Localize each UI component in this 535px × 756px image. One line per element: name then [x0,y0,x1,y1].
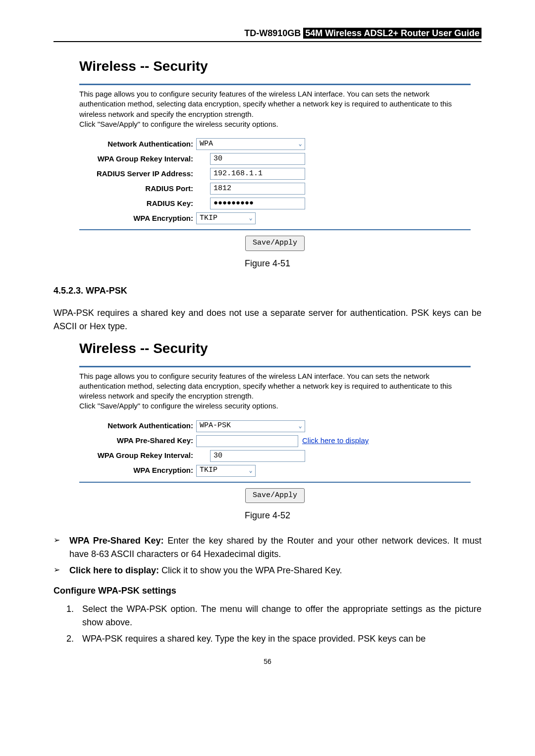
panel-description: This page allows you to configure securi… [79,371,471,411]
input-radius-ip[interactable]: 192.168.1.1 [210,168,305,180]
manual-title: 54M Wireless ADSL2+ Router User Guide [303,28,482,39]
document-page: TD-W8910GB 54M Wireless ADSL2+ Router Us… [0,0,535,697]
desc-line2: Click "Save/Apply" to configure the wire… [79,402,278,410]
save-apply-button[interactable]: Save/Apply [245,488,305,504]
label-radius-key: RADIUS Key: [79,198,196,209]
chevron-down-icon: ⌄ [296,422,305,431]
bullet-arrow-icon: ➢ [54,534,69,561]
desc-line2: Click "Save/Apply" to configure the wire… [79,120,278,128]
select-value: WPA [197,139,296,150]
figure-caption-4-52: Figure 4-52 [54,509,482,522]
desc-line1: This page allows you to configure securi… [79,90,452,118]
save-apply-button[interactable]: Save/Apply [245,236,305,251]
bullet-strong: WPA Pre-Shared Key: [69,536,164,546]
divider [79,482,471,483]
ordered-steps: Select the WPA-PSK option. The menu will… [76,603,482,646]
screenshot-4-52: Wireless -- Security This page allows yo… [79,338,471,504]
input-radius-key[interactable]: ●●●●●●●●● [210,198,305,209]
input-group-rekey[interactable]: 30 [210,450,305,462]
divider [79,366,471,367]
label-radius-port: RADIUS Port: [79,183,196,195]
label-psk: WPA Pre-Shared Key: [79,435,196,447]
page-number: 56 [54,656,482,667]
select-network-authentication[interactable]: WPA-PSK ⌄ [196,420,305,432]
input-radius-port[interactable]: 1812 [210,183,305,195]
select-network-authentication[interactable]: WPA ⌄ [196,138,305,150]
label-network-authentication: Network Authentication: [79,139,196,150]
configure-heading: Configure WPA-PSK settings [54,584,482,598]
list-item: ➢ WPA Pre-Shared Key: Enter the key shar… [54,534,482,561]
chevron-down-icon: ⌄ [246,466,255,475]
label-network-authentication: Network Authentication: [79,420,196,432]
section-heading: 4.5.2.3. WPA-PSK [54,284,482,298]
select-wpa-encryption[interactable]: TKIP ⌄ [196,212,256,224]
select-value: TKIP [197,213,246,224]
select-value: WPA-PSK [197,420,296,432]
bullet-list: ➢ WPA Pre-Shared Key: Enter the key shar… [54,534,482,577]
model-code: TD-W8910GB [244,28,301,38]
figure-caption-4-51: Figure 4-51 [54,257,482,270]
bullet-strong: Click here to display: [69,565,159,575]
select-wpa-encryption[interactable]: TKIP ⌄ [196,465,256,477]
panel-title: Wireless -- Security [79,56,471,77]
select-value: TKIP [197,465,246,476]
step-item: Select the WPA-PSK option. The menu will… [76,603,482,629]
section-paragraph: WPA-PSK requires a shared key and does n… [54,306,482,333]
divider [79,84,471,85]
bullet-text: Click it to show you the WPA Pre-Shared … [159,565,342,575]
panel-description: This page allows you to configure securi… [79,89,471,129]
panel-title: Wireless -- Security [79,338,471,359]
label-wpa-encryption: WPA Encryption: [79,213,196,224]
label-group-rekey: WPA Group Rekey Interval: [79,153,196,165]
label-wpa-encryption: WPA Encryption: [79,465,196,476]
screenshot-4-51: Wireless -- Security This page allows yo… [79,56,471,251]
chevron-down-icon: ⌄ [296,140,305,149]
link-click-here-to-display[interactable]: Click here to display [302,435,369,447]
input-psk[interactable] [196,435,298,447]
label-radius-ip: RADIUS Server IP Address: [79,168,196,180]
input-group-rekey[interactable]: 30 [210,153,305,165]
bullet-arrow-icon: ➢ [54,564,69,577]
label-group-rekey: WPA Group Rekey Interval: [79,450,196,461]
divider [79,229,471,230]
chevron-down-icon: ⌄ [246,214,255,223]
step-item: WPA-PSK requires a shared key. Type the … [76,632,482,646]
list-item: ➢ Click here to display: Click it to sho… [54,564,482,577]
page-header: TD-W8910GB 54M Wireless ADSL2+ Router Us… [54,27,482,42]
desc-line1: This page allows you to configure securi… [79,372,452,401]
